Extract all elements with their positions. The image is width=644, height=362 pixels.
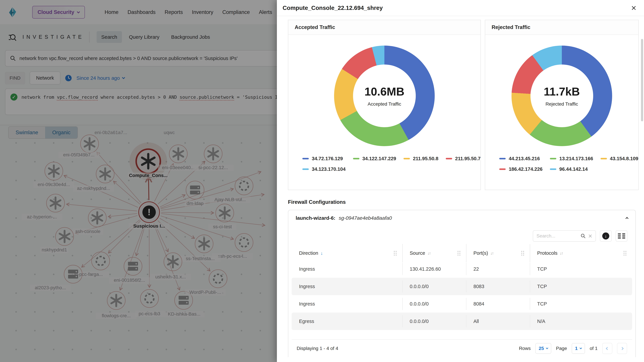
tab-search[interactable]: Search (96, 31, 122, 43)
legend-item: 34.123.170.104 (302, 166, 346, 172)
clear-search-icon[interactable]: × (588, 233, 592, 239)
graph-node-eni-001856f2-[interactable] (124, 257, 142, 275)
sort-desc-icon[interactable]: ↓ (320, 251, 323, 256)
legend-swatch (404, 158, 410, 159)
node-label: al2023-pytho... (35, 285, 66, 290)
traffic-charts: Accepted Traffic10.6MBAccepted Traffic34… (277, 16, 644, 190)
column-settings-button[interactable] (616, 230, 628, 242)
time-range-label: Since 24 hours ago (76, 75, 120, 81)
cluster-icon (145, 294, 154, 303)
graph-node-ssh-pc-ecs-l-[interactable] (235, 233, 253, 252)
nav-item-home[interactable]: Home (101, 6, 122, 18)
column-drag-handle[interactable] (394, 251, 397, 256)
network-entity-button[interactable]: Network (30, 71, 60, 84)
graph-node-si-pcc-farga-[interactable] (92, 252, 110, 270)
download-icon: ↓ (602, 232, 609, 240)
node-ring (140, 290, 158, 308)
sort-icon[interactable]: ↓↑ (490, 251, 494, 256)
query-search-input[interactable] (20, 56, 292, 61)
tab-organic[interactable]: Organic (45, 127, 78, 138)
panel-scrollbar[interactable] (641, 39, 643, 121)
graph-node-usheikh-31-x-[interactable] (164, 253, 182, 271)
donut-chart: 10.6MBAccepted Traffic (334, 45, 435, 146)
legend-swatch (550, 168, 556, 170)
table-cell: TCP (530, 284, 632, 289)
firewall-accordion-header[interactable]: launch-wizard-6: sg-0947ae4eb4a8aafa0 (288, 210, 636, 226)
time-range-selector[interactable]: Since 24 hours ago (76, 75, 125, 81)
tab-query-library[interactable]: Query Library (124, 31, 164, 43)
graph-node-ss-ci-test[interactable] (216, 204, 234, 222)
page-select[interactable]: 1 (572, 343, 585, 354)
node-label: eni-001856f2... (114, 278, 145, 283)
chevron-up-icon[interactable] (626, 217, 628, 220)
sort-icon[interactable]: ↓↑ (560, 251, 563, 256)
query-validation-box[interactable]: ✓ network from vpc.flow_record where acc… (5, 88, 297, 115)
column-drag-handle[interactable] (624, 251, 626, 256)
nav-item-inventory[interactable]: Inventory (188, 6, 217, 18)
graph-node-az-hyperion-[interactable] (46, 194, 64, 212)
graph-node-suspicious-i-[interactable]: ! (139, 202, 160, 223)
graph-node-wordp-publi-[interactable] (209, 270, 227, 288)
graph-node-eni-05f349b7-[interactable] (80, 135, 98, 153)
graph-node-ss-testinsta-[interactable] (195, 235, 213, 253)
exclamation-icon: ! (148, 207, 151, 217)
rows-label: Rows (519, 346, 531, 351)
close-icon[interactable]: × (631, 3, 636, 12)
graph-node-az-nskhypdnd-[interactable] (96, 165, 114, 183)
table-cell: 0.0.0.0/0 (402, 284, 466, 289)
table-cell: 8083 (466, 284, 530, 289)
column-header-ports[interactable]: Port(s)↓↑ (466, 250, 530, 256)
rows-per-page-select[interactable]: 25 (535, 343, 551, 354)
query-search-bar[interactable] (5, 50, 297, 66)
column-header-direction[interactable]: Direction↓ (292, 250, 402, 256)
product-switcher[interactable]: Cloud Security (32, 6, 85, 18)
cluster-icon (214, 274, 222, 283)
table-row[interactable]: Ingress130.41.226.6022TCP (292, 260, 632, 278)
table-cell: 0.0.0.0/0 (402, 301, 466, 307)
columns-icon (618, 233, 625, 239)
legend-label: 34.72.176.129 (312, 156, 343, 161)
node-ring (209, 270, 227, 288)
legend-swatch (446, 158, 452, 159)
table-search-box[interactable]: × (533, 230, 596, 242)
tab-background-jobs[interactable]: Background Jobs (166, 31, 215, 43)
graph-node-dm-ldap[interactable] (186, 181, 204, 199)
column-header-protocols[interactable]: Protocols↓↑ (530, 250, 632, 256)
node-label: eni-03eee040... (162, 165, 195, 170)
node-label: WordP-Publi-... (189, 290, 221, 295)
previous-page-button[interactable] (602, 343, 612, 354)
legend-label: 34.122.147.229 (362, 156, 396, 161)
graph-node-nskhypdnd1[interactable] (56, 227, 74, 246)
tab-swimlane[interactable]: Swimlane (8, 127, 45, 138)
table-row[interactable]: Ingress0.0.0.0/08083TCP (292, 278, 632, 295)
column-drag-handle[interactable] (521, 251, 524, 256)
legend-label: 13.214.173.166 (559, 156, 593, 161)
graph-node-ssh-console[interactable] (88, 209, 106, 227)
table-search-input[interactable] (536, 233, 578, 239)
node-ring (186, 181, 204, 199)
graph-node-pc-ecs-lb3[interactable] (140, 290, 158, 308)
download-button[interactable]: ↓ (600, 230, 612, 242)
legend-item: 44.213.45.216 (499, 156, 542, 161)
graph-edge (109, 214, 137, 217)
column-header-source[interactable]: Source↓↑ (402, 250, 466, 256)
node-label: Suspicious I... (133, 223, 165, 229)
sort-icon[interactable]: ↓↑ (428, 251, 430, 256)
table-cell: Ingress (292, 266, 402, 272)
nav-item-reports[interactable]: Reports (161, 6, 187, 18)
nav-item-dashboards[interactable]: Dashboards (124, 6, 159, 18)
graph-node-si-pcc-22-12-[interactable] (204, 145, 222, 163)
column-drag-handle[interactable] (458, 251, 460, 256)
table-row[interactable]: Egress0.0.0.0/0AllN/A (292, 313, 632, 330)
node-label-clipped: uqwc (164, 130, 174, 135)
next-page-button[interactable] (617, 343, 627, 354)
graph-node-flowlogs-cre-[interactable] (107, 292, 125, 310)
graph-node-ajay-nlb-vul-[interactable] (235, 177, 253, 195)
table-row[interactable]: Ingress0.0.0.0/08084TCP (292, 295, 632, 313)
graph-node-eni-03eee040-[interactable] (169, 145, 187, 163)
nav-item-compliance[interactable]: Compliance (219, 6, 254, 18)
graph-node-eni-09c30e4d-[interactable] (45, 162, 63, 180)
nav-item-alerts[interactable]: Alerts (255, 6, 276, 18)
security-group-name: launch-wizard-6: (296, 215, 336, 221)
firewall-table: Direction↓Source↓↑Port(s)↓↑Protocols↓↑ I… (288, 242, 636, 357)
